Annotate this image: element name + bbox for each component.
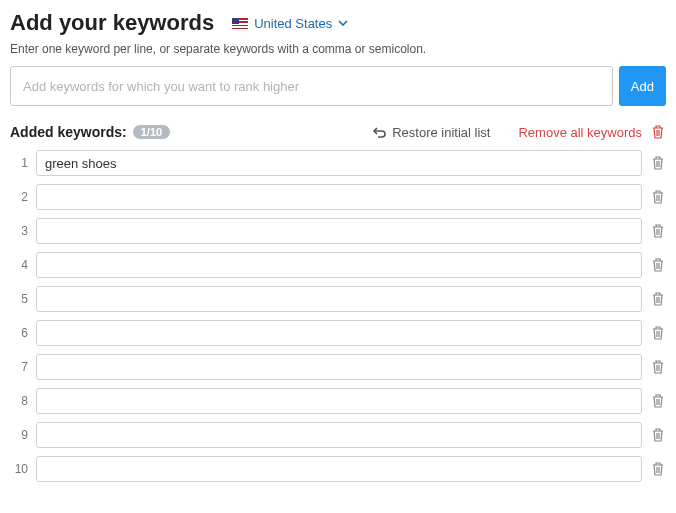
delete-row-button[interactable] <box>650 325 666 341</box>
row-number: 3 <box>10 224 28 238</box>
add-keyword-row: Add <box>10 66 666 106</box>
count-badge: 1/10 <box>133 125 170 139</box>
keyword-row: 4 <box>10 252 666 278</box>
flag-us-icon <box>232 18 248 29</box>
delete-row-button[interactable] <box>650 427 666 443</box>
chevron-down-icon <box>338 20 348 26</box>
header: Add your keywords United States <box>10 10 666 36</box>
row-number: 9 <box>10 428 28 442</box>
keyword-row: 1 <box>10 150 666 176</box>
keyword-row: 10 <box>10 456 666 482</box>
row-number: 10 <box>10 462 28 476</box>
delete-row-button[interactable] <box>650 393 666 409</box>
keyword-input[interactable] <box>36 286 642 312</box>
delete-row-button[interactable] <box>650 291 666 307</box>
keyword-input[interactable] <box>36 456 642 482</box>
row-number: 1 <box>10 156 28 170</box>
trash-icon <box>650 124 666 140</box>
row-number: 5 <box>10 292 28 306</box>
row-number: 7 <box>10 360 28 374</box>
row-number: 6 <box>10 326 28 340</box>
add-button[interactable]: Add <box>619 66 666 106</box>
keyword-input[interactable] <box>36 150 642 176</box>
add-keyword-input[interactable] <box>10 66 613 106</box>
keyword-input[interactable] <box>36 320 642 346</box>
keyword-row: 2 <box>10 184 666 210</box>
added-keywords-label: Added keywords: <box>10 124 127 140</box>
keyword-input[interactable] <box>36 252 642 278</box>
keyword-row: 7 <box>10 354 666 380</box>
restore-button[interactable]: Restore initial list <box>372 125 490 140</box>
delete-row-button[interactable] <box>650 155 666 171</box>
keyword-input[interactable] <box>36 354 642 380</box>
remove-all-label: Remove all keywords <box>518 125 642 140</box>
keyword-row: 5 <box>10 286 666 312</box>
page-title: Add your keywords <box>10 10 214 36</box>
row-number: 4 <box>10 258 28 272</box>
keyword-input[interactable] <box>36 184 642 210</box>
country-select[interactable]: United States <box>232 16 348 31</box>
delete-row-button[interactable] <box>650 257 666 273</box>
keyword-row: 9 <box>10 422 666 448</box>
delete-row-button[interactable] <box>650 223 666 239</box>
restore-label: Restore initial list <box>392 125 490 140</box>
delete-row-button[interactable] <box>650 189 666 205</box>
keyword-input[interactable] <box>36 388 642 414</box>
keyword-row: 8 <box>10 388 666 414</box>
row-number: 8 <box>10 394 28 408</box>
keyword-row: 6 <box>10 320 666 346</box>
row-number: 2 <box>10 190 28 204</box>
keyword-input[interactable] <box>36 422 642 448</box>
keyword-row: 3 <box>10 218 666 244</box>
delete-row-button[interactable] <box>650 461 666 477</box>
keyword-input[interactable] <box>36 218 642 244</box>
delete-row-button[interactable] <box>650 359 666 375</box>
undo-icon <box>372 126 386 138</box>
country-label: United States <box>254 16 332 31</box>
instruction-text: Enter one keyword per line, or separate … <box>10 42 666 56</box>
keyword-list: 12345678910 <box>10 150 666 482</box>
remove-all-button[interactable]: Remove all keywords <box>518 124 666 140</box>
toolbar: Added keywords: 1/10 Restore initial lis… <box>10 124 666 140</box>
